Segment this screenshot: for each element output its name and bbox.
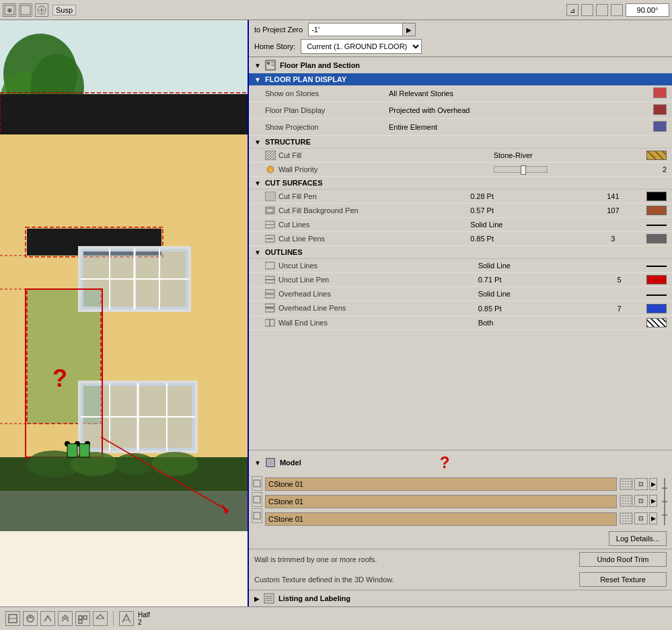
model-row-1[interactable]: CStone 01 ⊡ ▶ <box>265 476 657 492</box>
angle-input[interactable]: 90.00° <box>626 3 669 17</box>
footer-icon-1[interactable] <box>5 611 20 626</box>
outlines-title: OUTLINES <box>265 248 303 256</box>
cut-line-pens-value: 0.85 Pt <box>465 232 595 246</box>
overhead-lines-icon <box>265 289 276 299</box>
angle-icon-1[interactable]: ⊿ <box>566 4 578 16</box>
show-on-stories-label: Show on Stories <box>249 85 383 102</box>
model-name-3[interactable]: CStone 01 <box>265 512 617 526</box>
floor-plan-display-label: Floor Plan Display <box>249 102 383 119</box>
svg-text:⊞: ⊞ <box>7 7 12 13</box>
cut-fill-pen-row: Cut Fill Pen 0.28 Pt 141 <box>249 190 672 204</box>
toolbar-icon-2[interactable] <box>19 3 32 17</box>
overhead-line-pens-number: 7 <box>607 301 632 315</box>
angle-icon-3[interactable] <box>596 4 608 16</box>
cut-fill-pen-swatch[interactable] <box>632 190 672 204</box>
outlines-header: ▼ OUTLINES <box>249 246 672 259</box>
floor-plan-display-icon[interactable] <box>632 102 672 119</box>
footer-icon-6[interactable] <box>93 611 108 626</box>
overhead-line-pens-row: Overhead Line Pens 0.85 Pt 7 <box>249 301 672 315</box>
model-arrow-icon-1[interactable]: ▶ <box>649 478 657 490</box>
home-story-label: Home Story: <box>254 42 295 50</box>
model-name-2[interactable]: CStone 01 <box>265 495 617 508</box>
cut-lines-value: Solid Line <box>465 218 595 232</box>
footer-icon-3[interactable] <box>40 611 55 626</box>
uncut-line-pen-swatch[interactable] <box>632 273 672 287</box>
log-details-button[interactable]: Log Details... <box>609 531 667 546</box>
wall-end-lines-swatch[interactable] <box>607 315 672 329</box>
show-on-stories-icon[interactable] <box>632 85 672 102</box>
home-story-select[interactable]: Current (1. GROUND FLOOR) <box>301 39 422 54</box>
overhead-line-pens-label: Overhead Line Pens <box>278 304 346 312</box>
model-copy-icon-1[interactable]: ⊡ <box>634 478 648 490</box>
cut-lines-row: Cut Lines Solid Line <box>249 218 672 232</box>
show-projection-icon[interactable] <box>632 119 672 136</box>
cut-line-pens-swatch[interactable] <box>632 232 672 246</box>
footer-icon-5[interactable] <box>75 611 90 626</box>
custom-texture-text: Custom Texture defined in the 3D Window. <box>254 576 394 584</box>
model-copy-icon-3[interactable]: ⊡ <box>634 512 648 524</box>
model-title: Model <box>280 459 301 467</box>
svg-text:⊿: ⊿ <box>570 7 575 14</box>
toolbar-icon-3[interactable] <box>35 3 48 17</box>
cut-fill-bg-pen-number: 107 <box>595 204 632 218</box>
to-project-zero-label: to Project Zero <box>254 26 303 34</box>
uncut-lines-line <box>607 259 672 273</box>
uncut-line-pen-row: Uncut Line Pen 0.71 Pt 5 <box>249 273 672 287</box>
undo-roof-trim-button[interactable]: Undo Roof Trim <box>579 552 667 567</box>
model-icon <box>265 457 276 468</box>
svg-text:?: ? <box>52 364 67 392</box>
properties-scroll[interactable]: ▼ FLOOR PLAN DISPLAY Show on Stories All… <box>249 73 672 450</box>
model-name-1[interactable]: CStone 01 <box>265 477 617 491</box>
footer-icon-7[interactable] <box>119 611 134 626</box>
model-arrow-icon-3[interactable]: ▶ <box>649 512 657 524</box>
status-row-1: Wall is trimmed by one or more roofs. Un… <box>249 549 672 569</box>
overhead-line-pens-swatch[interactable] <box>632 301 672 315</box>
svg-line-96 <box>96 615 100 619</box>
cut-fill-value: Stone-River <box>488 149 632 163</box>
cut-line-pens-icon <box>265 234 276 243</box>
floor-plan-section-header[interactable]: ▼ Floor Plan and Section <box>249 57 672 73</box>
cut-lines-icon <box>265 220 276 229</box>
prop-table-floor-plan: Show on Stories All Relevant Stories Flo… <box>249 85 672 136</box>
main-content: ? to Project Zero <box>0 20 672 606</box>
listing-labeling-arrow: ▶ <box>254 595 260 602</box>
model-row-3[interactable]: CStone 01 ⊡ ▶ <box>265 511 657 527</box>
model-texture-icon-1[interactable] <box>620 478 633 490</box>
svg-rect-93 <box>79 616 82 619</box>
cut-fill-bg-pen-swatch[interactable] <box>632 204 672 218</box>
model-chain-icon <box>660 478 669 525</box>
model-side-icon-2[interactable] <box>252 492 262 507</box>
to-project-zero-btn[interactable]: ▶ <box>402 23 416 36</box>
model-copy-icon-2[interactable]: ⊡ <box>634 495 648 507</box>
reset-texture-button[interactable]: Reset Texture <box>579 572 667 587</box>
half-label: Half2 <box>138 611 150 626</box>
toolbar-icon-1[interactable]: ⊞ <box>3 3 16 17</box>
cut-fill-swatch[interactable] <box>632 149 672 163</box>
svg-rect-78 <box>620 496 632 506</box>
model-texture-icon-3[interactable] <box>620 512 633 526</box>
model-side-icon-3[interactable] <box>252 508 262 523</box>
footer-icon-4[interactable] <box>58 611 73 626</box>
overhead-line-pens-value: 0.85 Pt <box>473 301 607 315</box>
svg-point-38 <box>151 452 198 476</box>
svg-rect-75 <box>254 512 260 519</box>
status-row-2: Custom Texture defined in the 3D Window.… <box>249 569 672 590</box>
elevation-input[interactable]: -1' <box>308 23 416 36</box>
model-header[interactable]: ▼ Model ? <box>249 450 672 475</box>
show-on-stories-row: Show on Stories All Relevant Stories <box>249 85 672 102</box>
wall-end-lines-value: Both <box>473 315 607 329</box>
floor-plan-section-title: Floor Plan and Section <box>280 61 360 69</box>
angle-icon-4[interactable] <box>611 4 623 16</box>
floor-plan-canvas[interactable]: ? <box>0 20 248 606</box>
model-arrow-icon-2[interactable]: ▶ <box>649 495 657 507</box>
cut-fill-label: Cut Fill <box>278 151 301 159</box>
outlines-arrow: ▼ <box>254 249 261 256</box>
model-texture-icon-2[interactable] <box>620 495 633 508</box>
cut-lines-label: Cut Lines <box>278 221 309 229</box>
listing-labeling-section[interactable]: ▶ Listing and Labeling <box>249 590 672 606</box>
angle-icon-2[interactable] <box>581 4 593 16</box>
footer-icon-2[interactable] <box>23 611 38 626</box>
model-side-icon-1[interactable] <box>252 476 262 491</box>
model-row-2[interactable]: CStone 01 ⊡ ▶ <box>265 494 657 510</box>
wall-priority-slider-cell[interactable] <box>488 163 632 177</box>
